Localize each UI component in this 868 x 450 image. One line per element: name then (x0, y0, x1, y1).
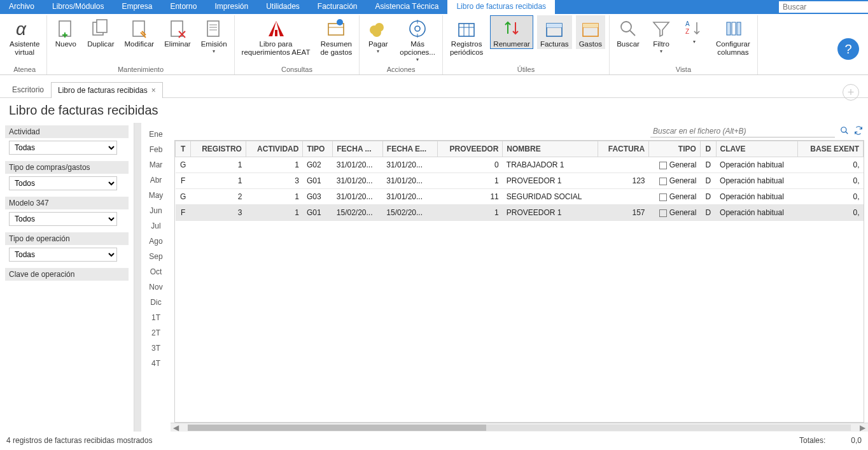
ribbon-group: BuscarFiltro▾AZ▾ConfigurarcolumnasVista (610, 15, 758, 74)
grid-area: TREGISTROACTIVIDADTIPOFECHA ...FECHA E..… (171, 123, 868, 432)
month-item[interactable]: 2T (141, 325, 171, 341)
cell-d: D (700, 205, 716, 221)
cell-registro: 1 (191, 157, 246, 173)
month-item[interactable]: Ene (141, 127, 171, 142)
menu-item[interactable]: Facturación (309, 0, 367, 14)
duplicar-button[interactable]: Duplicar (84, 15, 117, 49)
cell-t: G (176, 157, 191, 173)
column-header[interactable]: CLAVE (716, 141, 798, 157)
periodicos-button[interactable]: Registrosperiódicos (447, 15, 486, 57)
column-header[interactable]: PROVEEDOR (437, 141, 503, 157)
cell-nombre: PROVEEDOR 1 (503, 173, 598, 189)
svg-point-37 (621, 22, 631, 32)
filter-select[interactable]: Todos (9, 212, 117, 226)
month-item[interactable]: Abr (141, 172, 171, 188)
column-header[interactable]: T (176, 141, 191, 157)
checkbox[interactable] (659, 209, 667, 217)
month-item[interactable]: 1T (141, 310, 171, 325)
month-item[interactable]: Sep (141, 249, 171, 264)
filter-select[interactable]: Todos (9, 176, 117, 190)
file-search-input[interactable] (650, 125, 835, 137)
ribbon-group-label: Consultas (281, 65, 312, 74)
cell-t: F (176, 173, 191, 189)
document-tabs: EscritorioLibro de facturas recibidas× (0, 75, 868, 98)
column-header[interactable]: TIPO (303, 141, 333, 157)
emision-button[interactable]: Emisión▾ (198, 15, 230, 55)
column-header[interactable]: TIPO (649, 141, 701, 157)
table-row[interactable]: G21G0331/01/20...31/01/20...11SEGURIDAD … (176, 189, 864, 205)
month-item[interactable]: Jun (141, 203, 171, 218)
column-header[interactable]: BASE EXENT (798, 141, 864, 157)
month-item[interactable]: Mar (141, 157, 171, 172)
filters-scrollbar[interactable] (134, 123, 141, 432)
filter-label: Tipo de compras/gastos (5, 161, 129, 174)
month-item[interactable]: Jul (141, 218, 171, 234)
cell-tipol: General (649, 157, 701, 173)
table-row[interactable]: F13G0131/01/20...31/01/20...1PROVEEDOR 1… (176, 173, 864, 189)
month-item[interactable]: Ago (141, 234, 171, 249)
month-item[interactable]: Nov (141, 279, 171, 295)
filter-select[interactable]: Todas (9, 248, 117, 262)
menu-item[interactable]: Empresa (113, 0, 161, 14)
menu-item[interactable]: Utilidades (257, 0, 309, 14)
table-row[interactable]: G11G0231/01/20...31/01/20...0TRABAJADOR … (176, 157, 864, 173)
checkbox[interactable] (659, 162, 667, 169)
top-search-input[interactable] (779, 1, 868, 13)
modificar-button[interactable]: Modificar (122, 15, 158, 49)
menu-item[interactable]: Asistencia Técnica (367, 0, 448, 14)
refresh-icon[interactable] (854, 126, 863, 137)
eliminar-button[interactable]: Eliminar (161, 15, 194, 49)
svg-line-46 (846, 132, 848, 134)
aeat-button[interactable]: Libro pararequerimientos AEAT (239, 15, 314, 57)
grid-scroll[interactable]: TREGISTROACTIVIDADTIPOFECHA ...FECHA E..… (174, 140, 864, 423)
menu-item[interactable]: Libros/Módulos (43, 0, 113, 14)
checkbox[interactable] (659, 193, 667, 201)
column-header[interactable]: FECHA E... (382, 141, 437, 157)
menu-tab-active[interactable]: Libro de facturas recibidas (447, 0, 555, 14)
document-tab[interactable]: Escritorio (5, 81, 51, 97)
nuevo-button[interactable]: Nuevo (51, 15, 80, 49)
column-header[interactable]: FACTURA (598, 141, 648, 157)
pagar-button[interactable]: Pagar▾ (363, 15, 393, 55)
ribbon: αAsistentevirtualAteneaNuevoDuplicarModi… (0, 14, 868, 75)
filter-select[interactable]: Todas (9, 141, 117, 155)
column-header[interactable]: D (700, 141, 716, 157)
mas-button[interactable]: Másopciones...▾ (396, 15, 438, 64)
month-item[interactable]: May (141, 188, 171, 203)
horizontal-scrollbar[interactable]: ◀ ▶ (171, 423, 868, 432)
resumen-button[interactable]: Resumende gastos (317, 15, 355, 57)
checkbox[interactable] (659, 178, 667, 185)
month-item[interactable]: Feb (141, 142, 171, 157)
renumerar-button[interactable]: Renumerar (490, 15, 533, 49)
svg-text:α: α (16, 19, 27, 39)
buscar-button[interactable]: Buscar (613, 15, 643, 49)
svg-rect-44 (737, 22, 741, 35)
help-button[interactable]: ? (837, 38, 859, 60)
cell-factura (598, 189, 648, 205)
column-header[interactable]: NOMBRE (503, 141, 598, 157)
filtro-button[interactable]: Filtro▾ (647, 15, 676, 55)
menu-item[interactable]: Impresión (206, 0, 257, 14)
add-tab-button[interactable]: + (843, 84, 859, 101)
table-row[interactable]: F31G0115/02/20...15/02/20...1PROVEEDOR 1… (176, 205, 864, 221)
close-icon[interactable]: × (151, 86, 156, 95)
month-item[interactable]: 4T (141, 356, 171, 371)
gastos-button[interactable]: Gastos (576, 15, 605, 49)
column-header[interactable]: REGISTRO (191, 141, 246, 157)
month-item[interactable]: 3T (141, 341, 171, 356)
cell-factura (598, 157, 648, 173)
menu-item[interactable]: Archivo (0, 0, 43, 14)
svg-point-45 (841, 127, 846, 132)
month-item[interactable]: Dic (141, 295, 171, 310)
svg-text:A: A (685, 20, 690, 27)
column-header[interactable]: ACTIVIDAD (246, 141, 303, 157)
column-header[interactable]: FECHA ... (333, 141, 383, 157)
menu-item[interactable]: Entorno (161, 0, 206, 14)
document-tab[interactable]: Libro de facturas recibidas× (51, 82, 163, 98)
search-icon[interactable] (840, 126, 849, 137)
asistente-button[interactable]: αAsistentevirtual (6, 15, 43, 57)
facturas-button[interactable]: Facturas (537, 15, 572, 49)
month-item[interactable]: Oct (141, 264, 171, 279)
orden-button[interactable]: AZ▾ (680, 15, 709, 45)
config-button[interactable]: Configurarcolumnas (713, 15, 753, 57)
